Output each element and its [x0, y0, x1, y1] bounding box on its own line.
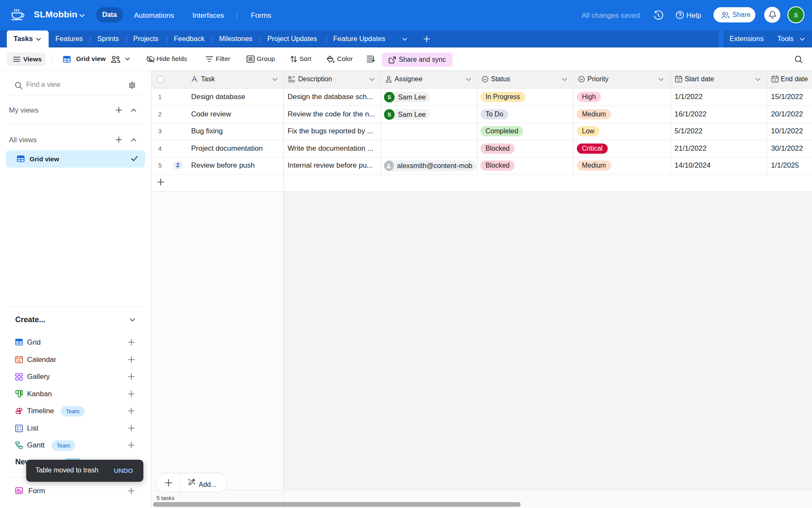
svg-text:31: 31 [677, 79, 680, 82]
svg-text:31: 31 [17, 359, 21, 363]
svg-text:31: 31 [774, 79, 777, 82]
